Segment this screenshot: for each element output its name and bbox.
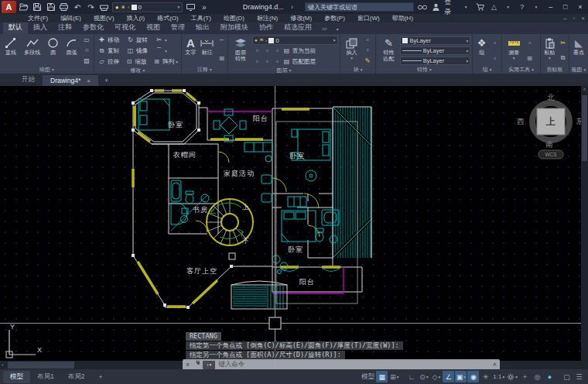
viewcube-south[interactable]: 南 bbox=[545, 140, 553, 150]
scroll-up-icon[interactable]: ˄ bbox=[581, 86, 588, 94]
qat-expand-icon[interactable]: » bbox=[199, 2, 210, 12]
viewcube-top-face[interactable]: 上 bbox=[546, 115, 556, 129]
open-icon[interactable] bbox=[19, 2, 29, 12]
menu-edit[interactable]: 编辑(E) bbox=[54, 14, 87, 22]
menu-format[interactable]: 格式(O) bbox=[151, 14, 185, 22]
store-cart-icon[interactable] bbox=[474, 2, 486, 12]
print-icon[interactable] bbox=[99, 2, 110, 12]
command-close-icon[interactable]: × bbox=[186, 360, 190, 369]
panel-label-draw[interactable]: 绘图▾ bbox=[0, 66, 94, 74]
model-space-toggle[interactable]: 模型 bbox=[361, 371, 375, 382]
layer-properties-button[interactable]: 图层特性 bbox=[230, 35, 251, 67]
insert-block-button[interactable]: 插入 ▾ bbox=[342, 35, 362, 66]
tab-featured-apps[interactable]: 精选应用 bbox=[279, 22, 317, 34]
help-icon[interactable]: ? bbox=[516, 2, 528, 12]
stretch-button[interactable]: ▱拉伸 bbox=[97, 57, 125, 67]
new-drawing-tab-button[interactable]: + bbox=[98, 75, 115, 86]
hardware-acceleration-toggle[interactable]: ● bbox=[544, 371, 556, 382]
lineweight-dropdown[interactable]: ByLayer ▾ bbox=[400, 46, 470, 55]
menu-modify[interactable]: 修改(M) bbox=[284, 14, 318, 22]
mirror-button[interactable]: ◫镜像 bbox=[126, 46, 155, 56]
file-tab-start[interactable]: 开始 bbox=[14, 74, 43, 86]
panel-label-annotate[interactable]: 注释▾ bbox=[182, 66, 227, 74]
maximize-button[interactable]: □ bbox=[559, 2, 572, 12]
layer-dropdown[interactable]: ● ☀ ◦ 0 ▾ bbox=[252, 36, 338, 45]
layout-tab-layout2[interactable]: 布局2 bbox=[61, 371, 92, 383]
customization-menu-button[interactable]: ☰ bbox=[573, 371, 585, 382]
quick-select-icon[interactable]: ▫ bbox=[525, 38, 535, 47]
layout-tab-layout1[interactable]: 布局1 bbox=[30, 371, 61, 383]
help-caret-icon[interactable]: ▾ bbox=[530, 2, 542, 12]
horizontal-scroll-thumb[interactable] bbox=[8, 362, 74, 369]
panel-label-groups[interactable]: 组▾ bbox=[473, 66, 501, 74]
measure-button[interactable]: 测量 ▾ bbox=[504, 35, 524, 66]
tab-addins[interactable]: 附加模块 bbox=[215, 22, 254, 34]
snap-mode-toggle[interactable]: ⊞▾ bbox=[388, 371, 400, 382]
fillet-button[interactable]: ⌒▾ bbox=[155, 46, 167, 56]
line-button[interactable]: 直线 bbox=[2, 35, 20, 66]
tab-visualize[interactable]: 可视化 bbox=[109, 22, 141, 34]
viewcube-graphic[interactable] bbox=[532, 103, 569, 159]
layout-tab-model[interactable]: 模型 bbox=[3, 371, 30, 383]
isodraft-toggle[interactable]: ◇▾ bbox=[430, 371, 442, 382]
polyline-button[interactable]: 多段线 bbox=[21, 35, 44, 66]
move-button[interactable]: ✚移动 bbox=[97, 35, 126, 45]
dimension-button[interactable]: 标注 bbox=[199, 35, 216, 66]
group-button[interactable]: ❖ 组 bbox=[474, 35, 489, 66]
close-tab-icon[interactable]: × bbox=[87, 77, 91, 84]
annotation-autoscale-toggle[interactable]: ✳ bbox=[480, 371, 491, 382]
menu-view[interactable]: 视图(V) bbox=[87, 14, 121, 22]
autodesk-app-icon[interactable]: △ bbox=[488, 2, 500, 12]
layer-isolate-icon[interactable]: ▫ bbox=[262, 46, 272, 56]
file-tab-drawing4[interactable]: Drawing4*× bbox=[43, 75, 98, 86]
quick-calc-icon[interactable]: ⊞ bbox=[525, 53, 535, 63]
plot-icon[interactable] bbox=[59, 2, 70, 12]
ortho-toggle[interactable]: ∟ bbox=[405, 371, 417, 382]
text-button[interactable]: A 文字 bbox=[183, 35, 198, 66]
viewcube-wcs-button[interactable]: WCS bbox=[545, 152, 556, 157]
panel-label-block[interactable]: 块▾ bbox=[340, 66, 376, 74]
workspace-switching-button[interactable]: ▾ bbox=[506, 371, 518, 382]
tab-collaborate[interactable]: 协作 bbox=[254, 22, 279, 34]
tab-view[interactable]: 视图 bbox=[141, 22, 166, 34]
menu-file[interactable]: 文件(F) bbox=[22, 14, 54, 22]
layer-off-icon[interactable]: ▫ bbox=[252, 46, 262, 56]
command-input-bar[interactable]: × ›▾ 键入命令 ˄ bbox=[183, 359, 500, 370]
scale-button[interactable]: ⊡缩放 bbox=[125, 57, 153, 67]
clean-screen-button[interactable]: ▢ bbox=[561, 371, 573, 382]
trim-button[interactable]: ✂▾ bbox=[155, 35, 167, 45]
table-tool-icon[interactable]: ⊞ bbox=[217, 53, 227, 63]
menu-draw[interactable]: 绘图(D) bbox=[217, 14, 251, 22]
minimize-button[interactable]: – bbox=[545, 2, 557, 12]
drawing-canvas[interactable]: 卧室 阳台 卧室 衣帽间 家庭活动 书房 上 下 客厅上空 卧室 阳台 北 西 … bbox=[0, 86, 588, 361]
account-icon[interactable] bbox=[430, 2, 442, 12]
rotate-button[interactable]: ↻旋转 bbox=[126, 35, 155, 45]
save-as-icon[interactable] bbox=[46, 2, 56, 12]
array-button[interactable]: ⊞阵列▾ bbox=[152, 57, 178, 67]
undo-icon[interactable]: ↶ bbox=[72, 2, 83, 12]
osnap-tracking-toggle[interactable]: ∠ bbox=[443, 371, 454, 382]
copy-button[interactable]: ⧉复制 bbox=[97, 46, 126, 56]
block-edit-icon[interactable]: ▫ bbox=[363, 36, 373, 45]
hatch-tool-icon[interactable]: ▨ bbox=[82, 56, 92, 65]
base-view-button[interactable]: ◣ 基点 bbox=[571, 35, 586, 66]
command-customize-icon[interactable] bbox=[193, 360, 200, 369]
panel-label-layers[interactable]: 图层▾ bbox=[228, 67, 340, 74]
command-expand-icon[interactable]: ˄ bbox=[493, 360, 497, 369]
layer-thaw-icon[interactable]: ▫ bbox=[272, 57, 282, 67]
viewcube-west[interactable]: 西 bbox=[517, 117, 525, 127]
layer-match-button[interactable]: ▤匹配图层 bbox=[282, 57, 316, 67]
search-icon[interactable] bbox=[416, 2, 428, 12]
panel-label-view[interactable]: 视图▾ bbox=[569, 66, 588, 74]
vertical-scrollbar[interactable]: ˄ bbox=[581, 86, 588, 361]
color-dropdown[interactable]: ByLayer ▾ bbox=[400, 36, 470, 45]
copy-clip-icon[interactable]: ⧉ bbox=[558, 53, 568, 63]
ellipse-tool-icon[interactable]: ○ bbox=[82, 46, 92, 55]
save-icon[interactable] bbox=[32, 2, 43, 12]
workspace-icon[interactable] bbox=[185, 2, 196, 12]
vertical-scroll-thumb[interactable] bbox=[582, 95, 587, 161]
paste-button[interactable]: 粘贴 ▾ bbox=[542, 35, 557, 66]
annotation-visibility-toggle[interactable]: ◉ bbox=[467, 371, 479, 382]
layer-unlock-icon[interactable]: ▫ bbox=[262, 57, 272, 67]
match-properties-button[interactable]: ✎ 特性匹配 bbox=[378, 35, 399, 66]
